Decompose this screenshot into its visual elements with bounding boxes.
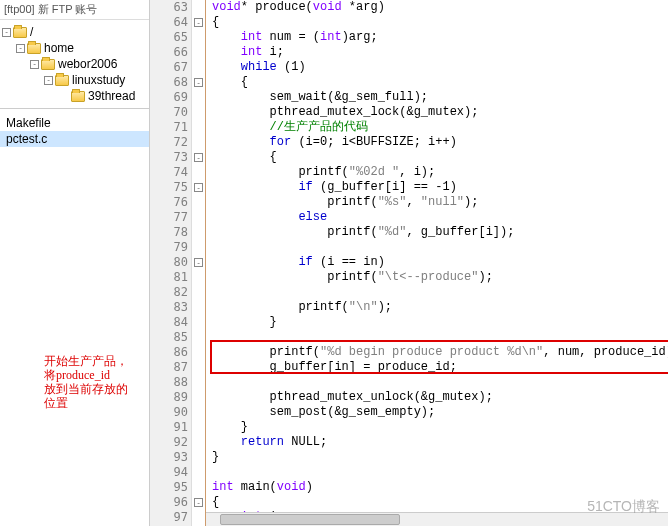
line-number: 73 <box>150 150 188 165</box>
code-line[interactable]: if (i == in) <box>212 255 668 270</box>
line-number: 77 <box>150 210 188 225</box>
tree-item[interactable]: -/ <box>2 24 147 40</box>
line-number: 68 <box>150 75 188 90</box>
line-number: 75 <box>150 180 188 195</box>
code-line[interactable]: } <box>212 450 668 465</box>
line-number: 83 <box>150 300 188 315</box>
file-item[interactable]: pctest.c <box>0 131 149 147</box>
annotation-line: 位置 <box>44 396 128 410</box>
file-item[interactable]: Makefile <box>0 115 149 131</box>
code-line[interactable] <box>212 285 668 300</box>
line-number: 86 <box>150 345 188 360</box>
code-line[interactable]: printf("\n"); <box>212 300 668 315</box>
folder-icon <box>71 91 85 102</box>
line-number: 63 <box>150 0 188 15</box>
line-number: 66 <box>150 45 188 60</box>
line-number: 72 <box>150 135 188 150</box>
fold-marker[interactable]: - <box>194 78 203 87</box>
folder-icon <box>27 43 41 54</box>
annotation-line: 放到当前存放的 <box>44 382 128 396</box>
tree-label: 39thread <box>88 89 135 103</box>
line-number: 87 <box>150 360 188 375</box>
line-number: 65 <box>150 30 188 45</box>
line-number: 95 <box>150 480 188 495</box>
annotation-text: 开始生产产品， 将produce_id 放到当前存放的 位置 <box>44 354 128 410</box>
code-line[interactable]: pthread_mutex_unlock(&g_mutex); <box>212 390 668 405</box>
code-line[interactable]: printf("%s", "null"); <box>212 195 668 210</box>
fold-marker[interactable]: - <box>194 153 203 162</box>
code-line[interactable]: { <box>212 150 668 165</box>
line-number: 91 <box>150 420 188 435</box>
folder-icon <box>55 75 69 86</box>
tree-label: linuxstudy <box>72 73 125 87</box>
code-line[interactable]: void* produce(void *arg) <box>212 0 668 15</box>
code-line[interactable]: for (i=0; i<BUFFSIZE; i++) <box>212 135 668 150</box>
line-number: 97 <box>150 510 188 525</box>
code-line[interactable]: pthread_mutex_lock(&g_mutex); <box>212 105 668 120</box>
line-number: 80 <box>150 255 188 270</box>
code-line[interactable] <box>212 240 668 255</box>
folder-tree-panel: -/-home-webor2006-linuxstudy39thread <box>0 20 149 109</box>
code-line[interactable]: } <box>212 315 668 330</box>
folder-icon <box>13 27 27 38</box>
fold-marker[interactable]: - <box>194 498 203 507</box>
folder-icon <box>41 59 55 70</box>
tree-label: home <box>44 41 74 55</box>
fold-marker[interactable]: - <box>194 18 203 27</box>
connection-title: [ftp00] 新 FTP 账号 <box>0 0 149 20</box>
code-line[interactable]: printf("%d", g_buffer[i]); <box>212 225 668 240</box>
code-line[interactable]: { <box>212 75 668 90</box>
tree-label: webor2006 <box>58 57 117 71</box>
fold-marker[interactable]: - <box>194 258 203 267</box>
expander-icon[interactable]: - <box>16 44 25 53</box>
code-line[interactable]: int main(void) <box>212 480 668 495</box>
watermark: 51CTO博客 <box>587 498 660 516</box>
code-line[interactable]: //生产产品的代码 <box>212 120 668 135</box>
code-line[interactable] <box>212 375 668 390</box>
code-line[interactable]: else <box>212 210 668 225</box>
line-number: 79 <box>150 240 188 255</box>
line-number: 88 <box>150 375 188 390</box>
code-line[interactable]: int num = (int)arg; <box>212 30 668 45</box>
line-number: 96 <box>150 495 188 510</box>
code-line[interactable]: printf("%02d ", i); <box>212 165 668 180</box>
code-area[interactable]: void* produce(void *arg){ int num = (int… <box>206 0 668 525</box>
code-line[interactable]: sem_post(&g_sem_empty); <box>212 405 668 420</box>
line-number: 92 <box>150 435 188 450</box>
tree-label: / <box>30 25 33 39</box>
code-line[interactable]: { <box>212 15 668 30</box>
code-line[interactable]: return NULL; <box>212 435 668 450</box>
expander-icon[interactable]: - <box>30 60 39 69</box>
line-number: 71 <box>150 120 188 135</box>
code-line[interactable]: if (g_buffer[i] == -1) <box>212 180 668 195</box>
line-number: 84 <box>150 315 188 330</box>
line-number: 82 <box>150 285 188 300</box>
fold-marker[interactable]: - <box>194 183 203 192</box>
line-number: 67 <box>150 60 188 75</box>
code-line[interactable]: int i; <box>212 45 668 60</box>
line-number: 89 <box>150 390 188 405</box>
code-editor[interactable]: 6364656667686970717273747576777879808182… <box>150 0 668 526</box>
expander-icon[interactable]: - <box>44 76 53 85</box>
tree-item[interactable]: 39thread <box>2 88 147 104</box>
line-number: 94 <box>150 465 188 480</box>
tree-item[interactable]: -home <box>2 40 147 56</box>
highlight-box <box>210 340 668 374</box>
line-number: 93 <box>150 450 188 465</box>
scroll-thumb[interactable] <box>220 514 400 525</box>
line-number: 81 <box>150 270 188 285</box>
expander-icon[interactable]: - <box>2 28 11 37</box>
code-line[interactable]: } <box>212 420 668 435</box>
line-number: 76 <box>150 195 188 210</box>
code-line[interactable]: sem_wait(&g_sem_full); <box>212 90 668 105</box>
line-number: 70 <box>150 105 188 120</box>
file-list-panel: Makefilepctest.c <box>0 109 149 526</box>
sidebar: [ftp00] 新 FTP 账号 -/-home-webor2006-linux… <box>0 0 150 526</box>
code-line[interactable]: printf("\t<--produce"); <box>212 270 668 285</box>
tree-item[interactable]: -webor2006 <box>2 56 147 72</box>
tree-item[interactable]: -linuxstudy <box>2 72 147 88</box>
folder-tree: -/-home-webor2006-linuxstudy39thread <box>2 22 147 106</box>
code-line[interactable]: while (1) <box>212 60 668 75</box>
annotation-line: 开始生产产品， <box>44 354 128 368</box>
code-line[interactable] <box>212 465 668 480</box>
